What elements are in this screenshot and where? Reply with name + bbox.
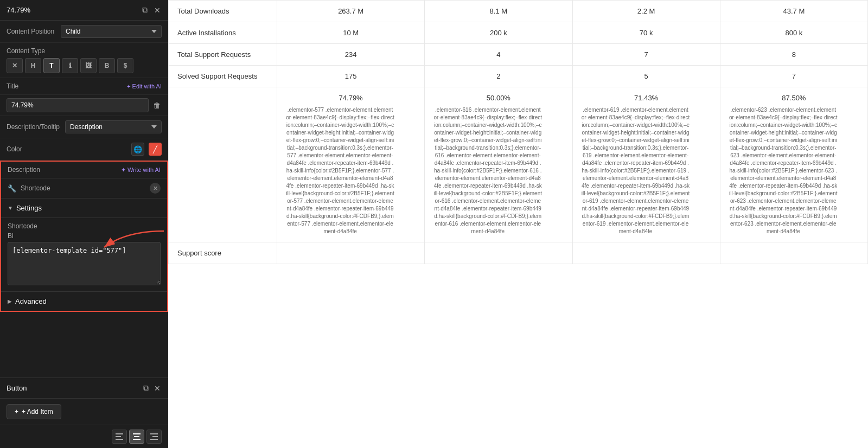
support-score-label: Support score xyxy=(169,242,277,264)
settings-section: ▼ Settings Shortcode Bi [elementor-templ… xyxy=(1,199,167,291)
support-score-cell-3 xyxy=(572,242,720,264)
close-button[interactable]: ✕ xyxy=(153,5,162,16)
cell-support-total-1: 234 xyxy=(277,44,425,66)
advanced-title: Advanced xyxy=(15,297,47,305)
svg-rect-4 xyxy=(133,433,141,434)
ct-icon-info[interactable]: ℹ xyxy=(62,58,78,73)
ct-icon-image[interactable]: 🖼 xyxy=(80,58,97,73)
percentage-cell-1: 74.79% .elementor-577 .elementor-element… xyxy=(277,87,425,242)
tooltip-label: Description/Tooltip xyxy=(7,123,61,131)
percentage-cell-3: 71.43% .elementor-619 .elementor-element… xyxy=(572,87,720,242)
copy-button[interactable]: ⧉ xyxy=(141,4,149,16)
cell-installs-2: 200 k xyxy=(425,22,572,44)
settings-header[interactable]: ▼ Settings xyxy=(1,199,167,218)
write-ai-button[interactable]: ✦ Write with AI xyxy=(121,167,161,174)
percentage-value-4: 87.50% xyxy=(729,94,859,102)
brush-icon[interactable]: ╱ xyxy=(149,143,162,156)
settings-title: Settings xyxy=(16,204,42,212)
align-left-button[interactable] xyxy=(112,430,127,444)
content-position-select[interactable]: Child Parent xyxy=(61,25,162,38)
advanced-section: ▶ Advanced xyxy=(1,291,167,311)
row-label-support-solved: Solved Support Requests xyxy=(169,66,277,87)
table-row: Total Downloads 263.7 M 8.1 M 2.2 M 43.7… xyxy=(169,1,868,22)
shortcode-textarea[interactable]: [elementor-template id="577"] xyxy=(8,242,161,285)
title-input[interactable] xyxy=(7,98,149,112)
svg-rect-6 xyxy=(133,439,141,440)
copy-button-panel[interactable]: ⧉ xyxy=(142,382,150,394)
ct-icon-b[interactable]: B xyxy=(99,58,115,73)
title-label: Title xyxy=(7,82,18,90)
row-label-support-total: Total Support Requests xyxy=(169,44,277,66)
table-row: Active Installations 10 M 200 k 70 k 800… xyxy=(169,22,868,44)
cell-support-solved-1: 175 xyxy=(277,66,425,87)
shortcode-field-label: Shortcode xyxy=(1,218,167,232)
svg-rect-5 xyxy=(134,436,139,437)
add-item-button[interactable]: + + Add Item xyxy=(7,404,61,419)
title-row: Title ✦ Edit with AI xyxy=(0,78,168,95)
panel-spacer xyxy=(0,312,168,377)
cell-support-total-3: 7 xyxy=(572,44,720,66)
edit-ai-button[interactable]: ✦ Edit with AI xyxy=(126,83,162,89)
ct-icon-dollar[interactable]: $ xyxy=(117,58,133,73)
cell-installs-3: 70 k xyxy=(572,22,720,44)
panel-top-icons: ⧉ ✕ xyxy=(141,4,162,16)
cell-downloads-2: 8.1 M xyxy=(425,1,572,22)
close-button-panel[interactable]: ✕ xyxy=(153,382,162,394)
right-panel: Total Downloads 263.7 M 8.1 M 2.2 M 43.7… xyxy=(168,0,868,448)
write-ai-label: Write with AI xyxy=(127,167,161,173)
ct-icon-x[interactable]: ✕ xyxy=(7,58,23,73)
panel-top-bar: 74.79% ⧉ ✕ xyxy=(0,0,168,21)
percentage-value-3: 71.43% xyxy=(582,94,711,102)
settings-content: Shortcode Bi [elementor-template id="577… xyxy=(1,218,167,291)
globe-icon[interactable]: 🌐 xyxy=(131,143,144,156)
wrench-icon: 🔧 xyxy=(8,184,16,193)
description-label: Description xyxy=(8,166,40,174)
percentage-code-row: 74.79% .elementor-577 .elementor-element… xyxy=(169,87,868,242)
cell-installs-4: 800 k xyxy=(720,22,867,44)
cell-downloads-3: 2.2 M xyxy=(572,1,720,22)
ct-icon-t[interactable]: T xyxy=(43,58,60,73)
percentage-cell-4: 87.50% .elementor-623 .elementor-element… xyxy=(720,87,867,242)
code-cell-3: .elementor-619 .elementor-element.elemen… xyxy=(582,106,690,235)
cell-downloads-4: 43.7 M xyxy=(720,1,867,22)
code-cell-1: .elementor-577 .elementor-element.elemen… xyxy=(286,106,394,235)
advanced-header[interactable]: ▶ Advanced xyxy=(8,297,161,305)
cell-downloads-1: 263.7 M xyxy=(277,1,425,22)
align-right-button[interactable] xyxy=(146,430,162,444)
shortcode-label: Shortcode xyxy=(21,184,145,192)
description-section: Description ✦ Write with AI 🔧 Shortcode … xyxy=(0,161,168,312)
code-cell-2: .elementor-616 .elementor-element.elemen… xyxy=(433,106,542,235)
edit-ai-label: Edit with AI xyxy=(132,83,162,89)
cell-support-solved-2: 2 xyxy=(425,66,572,87)
percentage-value-2: 50.00% xyxy=(433,94,563,102)
cell-support-solved-3: 5 xyxy=(572,66,720,87)
code-cell-4: .elementor-623 .elementor-element.elemen… xyxy=(729,106,838,235)
support-score-cell-4 xyxy=(720,242,867,264)
support-score-row: Support score xyxy=(169,242,868,264)
table-row: Solved Support Requests 175 2 5 7 xyxy=(169,66,868,87)
delete-title-button[interactable]: 🗑 xyxy=(152,100,162,111)
percentage-value-1: 74.79% xyxy=(286,94,416,102)
cell-support-total-4: 8 xyxy=(720,44,867,66)
content-type-label: Content Type xyxy=(7,47,162,55)
left-panel: 74.79% ⧉ ✕ Content Position Child Parent… xyxy=(0,0,168,448)
ct-icon-h[interactable]: H xyxy=(25,58,41,73)
add-item-plus-icon: + xyxy=(15,408,18,415)
settings-arrow-icon: ▼ xyxy=(8,205,13,211)
percentage-cell-2: 50.00% .elementor-616 .elementor-element… xyxy=(425,87,572,242)
clear-shortcode-button[interactable]: ✕ xyxy=(150,183,161,194)
title-input-row: 🗑 xyxy=(0,95,168,116)
add-item-label: + Add Item xyxy=(22,408,53,415)
content-position-row: Content Position Child Parent xyxy=(0,21,168,43)
comparison-table: Total Downloads 263.7 M 8.1 M 2.2 M 43.7… xyxy=(168,0,868,264)
cell-support-solved-4: 7 xyxy=(720,66,867,87)
align-center-button[interactable] xyxy=(129,430,144,444)
button-panel-header: Button ⧉ ✕ xyxy=(0,378,168,399)
tooltip-select[interactable]: Description Tooltip xyxy=(65,120,162,133)
color-icons: 🌐 ╱ xyxy=(131,143,162,156)
support-score-cell-1 xyxy=(277,242,425,264)
color-row: Color 🌐 ╱ xyxy=(0,138,168,161)
table-row: Total Support Requests 234 4 7 8 xyxy=(169,44,868,66)
bottom-panel: Button ⧉ ✕ + + Add Item xyxy=(0,377,168,448)
alignment-row xyxy=(0,425,168,448)
